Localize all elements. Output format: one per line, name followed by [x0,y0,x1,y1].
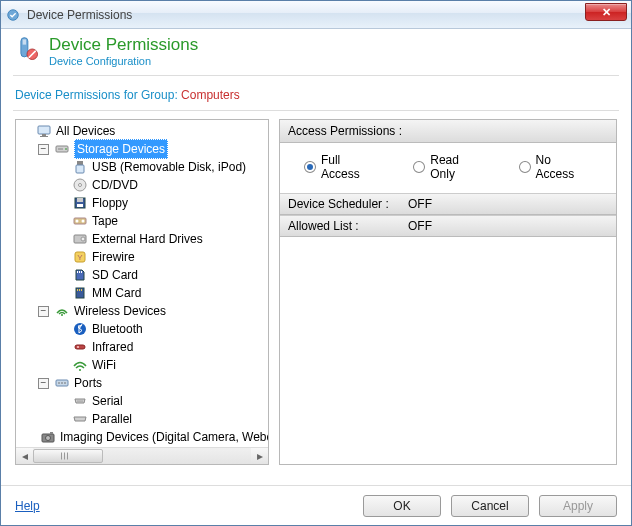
divider [13,75,619,76]
tree-item[interactable]: MM Card [16,284,268,302]
permission-option-label: Full Access [321,153,381,181]
main-area: All Devices−Storage DevicesUSB (Removabl… [1,119,631,465]
scroll-left-icon[interactable]: ◂ [16,448,33,464]
tree-item-label: WiFi [92,356,116,374]
svg-rect-5 [38,126,50,134]
mmcard-icon [72,285,88,301]
page-title: Device Permissions [49,35,198,55]
tree-item-label: CD/DVD [92,176,138,194]
tree-item-label: Parallel [92,410,132,428]
horizontal-scrollbar[interactable]: ◂ ▸ [16,447,268,464]
permissions-panel: Access Permissions : Full AccessRead Onl… [279,119,617,465]
wireless-icon [54,303,70,319]
svg-rect-7 [40,136,48,137]
tree-item-label: Firewire [92,248,135,266]
group-name: Computers [181,88,240,102]
svg-point-40 [64,382,66,384]
tree-toggle[interactable]: − [38,378,49,389]
access-permissions-header: Access Permissions : [280,120,616,143]
tree-item[interactable]: WiFi [16,356,268,374]
svg-rect-16 [77,198,83,202]
svg-rect-34 [75,345,85,349]
svg-point-14 [79,184,82,187]
scrollbar-thumb[interactable] [33,449,103,463]
header-section: Device Permissions Device Configuration [1,29,631,75]
tree-item[interactable]: External Hard Drives [16,230,268,248]
cancel-button[interactable]: Cancel [451,495,529,517]
disc-icon [72,177,88,193]
tree-item[interactable]: Infrared [16,338,268,356]
svg-rect-2 [23,39,27,44]
svg-rect-30 [79,289,80,291]
sdcard-icon [72,267,88,283]
svg-point-20 [82,220,85,223]
tree-item-label: Imaging Devices (Digital Camera, Webcam) [60,428,268,446]
ports-icon [54,375,70,391]
camera-icon [40,429,56,445]
group-line: Device Permissions for Group: Computers [1,84,631,110]
tree-item-label: Storage Devices [74,139,168,159]
permission-option-label: Read Only [430,153,486,181]
scroll-right-icon[interactable]: ▸ [251,448,268,464]
allowed-list-row[interactable]: Allowed List : OFF [280,215,616,237]
svg-point-35 [77,346,79,348]
svg-point-43 [81,400,82,401]
tree-item[interactable]: Bluetooth [16,320,268,338]
help-link[interactable]: Help [15,499,40,513]
parallel-icon [72,411,88,427]
permission-option[interactable]: Read Only [413,153,486,181]
tree-toggle[interactable]: − [38,306,49,317]
tree-item[interactable]: −Storage Devices [16,140,268,158]
tree-item[interactable]: Parallel [16,410,268,428]
device-scheduler-row[interactable]: Device Scheduler : OFF [280,193,616,215]
tree-item[interactable]: Tape [16,212,268,230]
device-scheduler-value: OFF [408,197,432,211]
allowed-list-label: Allowed List : [288,219,408,233]
bluetooth-icon [72,321,88,337]
tree-item[interactable]: Imaging Devices (Digital Camera, Webcam) [16,428,268,446]
svg-point-9 [65,148,67,150]
svg-point-42 [79,400,80,401]
tree-item-label: Wireless Devices [74,302,166,320]
device-tree[interactable]: All Devices−Storage DevicesUSB (Removabl… [16,120,268,447]
ok-button[interactable]: OK [363,495,441,517]
radio-icon [519,161,531,173]
infrared-icon [72,339,88,355]
monitor-icon [36,123,52,139]
wifi-icon [72,357,88,373]
svg-rect-17 [77,204,83,207]
svg-rect-10 [58,148,63,150]
svg-point-38 [58,382,60,384]
tree-item-label: Serial [92,392,123,410]
permission-option[interactable]: No Access [519,153,592,181]
svg-rect-31 [81,289,82,291]
tree-item[interactable]: −Wireless Devices [16,302,268,320]
svg-rect-27 [81,271,82,273]
device-permissions-icon [13,35,41,63]
scrollbar-track[interactable] [33,448,251,464]
tree-item[interactable]: YFirewire [16,248,268,266]
tree-item[interactable]: USB (Removable Disk, iPod) [16,158,268,176]
tree-toggle[interactable]: − [38,144,49,155]
close-button[interactable]: ✕ [585,3,627,21]
svg-rect-29 [77,289,78,291]
tree-item-label: External Hard Drives [92,230,203,248]
footer: Help OK Cancel Apply [1,485,631,525]
access-permissions-options: Full AccessRead OnlyNo Access [280,143,616,193]
apply-button[interactable]: Apply [539,495,617,517]
svg-rect-26 [79,271,80,273]
radio-icon [304,161,316,173]
tree-item[interactable]: −Ports [16,374,268,392]
tree-item[interactable]: Floppy [16,194,268,212]
floppy-icon [72,195,88,211]
permission-option[interactable]: Full Access [304,153,381,181]
tree-item[interactable]: CD/DVD [16,176,268,194]
svg-rect-11 [77,161,83,165]
tree-item[interactable]: Serial [16,392,268,410]
tree-item-label: USB (Removable Disk, iPod) [92,158,246,176]
svg-point-22 [81,237,85,241]
tree-item[interactable]: All Devices [16,122,268,140]
firewire-icon: Y [72,249,88,265]
tree-item[interactable]: SD Card [16,266,268,284]
tree-item-label: All Devices [56,122,115,140]
